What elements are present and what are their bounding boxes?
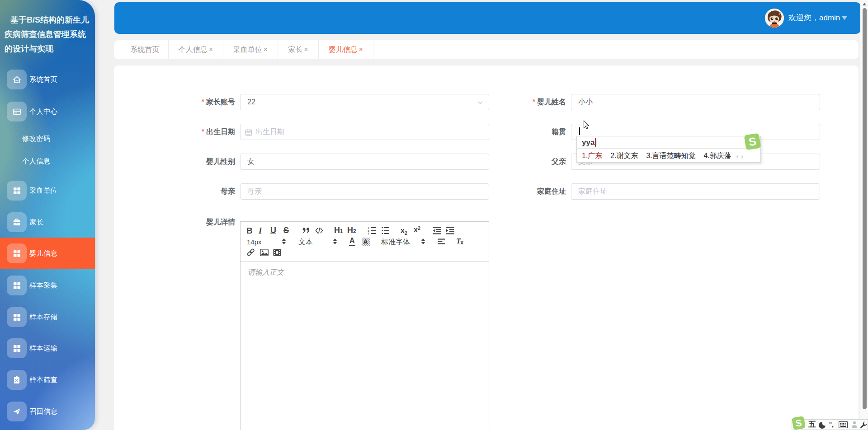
svg-text:1: 1 [368,226,369,229]
svg-text:3: 3 [368,232,369,235]
svg-text:A: A [363,238,368,245]
svg-text:2: 2 [368,229,369,232]
